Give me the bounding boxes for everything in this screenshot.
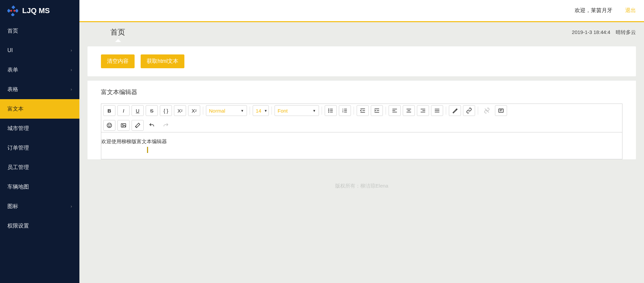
logout-link[interactable]: 退出 (625, 7, 636, 14)
fontsize-select[interactable]: 14▼ (253, 105, 269, 116)
subscript-button[interactable]: X2 (188, 105, 200, 116)
svg-rect-0 (11, 5, 15, 9)
redo-button[interactable] (160, 120, 172, 131)
editor-toolbar: B I U S { } X2 X2 Normal▼ 14▼ Font▼ (101, 104, 622, 132)
sidebar-item-richtext[interactable]: 富文本 (0, 99, 79, 119)
code-block-button[interactable]: { } (160, 105, 172, 116)
svg-point-6 (328, 109, 329, 110)
caret-down-icon: ▼ (264, 109, 267, 113)
underline-button[interactable]: U (132, 105, 144, 116)
editor-textarea[interactable]: 欢迎使用柳柳版富文本编辑器 (101, 132, 622, 159)
sidebar-item-home[interactable]: 首页 (0, 21, 79, 41)
topbar: LJQ MS 欢迎，莱茵月牙 退出 (0, 0, 644, 21)
svg-rect-1 (7, 9, 11, 12)
clear-button[interactable]: 清空内容 (101, 54, 135, 68)
align-justify-button[interactable] (431, 105, 443, 116)
eraser-button[interactable] (132, 120, 144, 131)
svg-point-10 (328, 112, 329, 113)
sidebar-item-ui[interactable]: UI › (0, 41, 79, 60)
breadcrumb-title: 首页 (110, 27, 125, 37)
sidebar-item-permission[interactable]: 权限设置 (0, 216, 79, 236)
image-button[interactable] (117, 120, 130, 131)
panel-title: 富文本编辑器 (87, 80, 636, 104)
svg-point-42 (108, 125, 109, 125)
heading-select[interactable]: Normal▼ (206, 105, 247, 116)
topbar-right: 欢迎，莱茵月牙 退出 (79, 7, 644, 14)
svg-text:3: 3 (343, 111, 344, 113)
unlink-button[interactable] (481, 105, 493, 116)
brand-text: LJQ MS (22, 6, 50, 15)
main-content: 首页 2019-1-3 18:44:4 晴转多云 清空内容 获取html文本 富… (79, 22, 644, 283)
svg-rect-44 (121, 124, 126, 127)
emoji-button[interactable] (103, 120, 115, 131)
breadcrumb-arrow-icon (115, 39, 121, 42)
sidebar: 首页 UI › 表单 › 表格 › 富文本 城市管理 订单管理 员工管理 车辆地… (0, 21, 79, 283)
color-picker-button[interactable] (449, 105, 461, 116)
brand-area: LJQ MS (0, 0, 79, 21)
caret-down-icon: ▼ (241, 109, 244, 113)
sidebar-item-staff[interactable]: 员工管理 (0, 158, 79, 177)
chevron-right-icon: › (71, 48, 72, 53)
weather-text: 晴转多云 (616, 29, 636, 35)
chevron-right-icon: › (71, 204, 72, 209)
breadcrumb-row: 首页 2019-1-3 18:44:4 晴转多云 (79, 22, 644, 42)
svg-point-45 (122, 124, 123, 125)
undo-button[interactable] (146, 120, 158, 131)
unordered-list-button[interactable] (325, 105, 337, 116)
sidebar-item-form[interactable]: 表单 › (0, 60, 79, 80)
svg-point-36 (456, 109, 457, 110)
svg-rect-2 (15, 9, 18, 12)
svg-point-4 (10, 10, 12, 12)
status-info: 2019-1-3 18:44:4 晴转多云 (572, 29, 636, 36)
sidebar-item-map[interactable]: 车辆地图 (0, 177, 79, 197)
sidebar-item-table[interactable]: 表格 › (0, 80, 79, 99)
welcome-text: 欢迎，莱茵月牙 (575, 7, 612, 14)
svg-point-5 (13, 10, 15, 12)
datetime-text: 2019-1-3 18:44:4 (572, 29, 610, 35)
link-button[interactable] (463, 105, 475, 116)
sidebar-item-icons[interactable]: 图标 › (0, 197, 79, 216)
brand-logo-icon (7, 5, 18, 16)
align-right-button[interactable] (417, 105, 429, 116)
indent-button[interactable] (371, 105, 383, 116)
footer-copyright: 版权所有：柳洁琼Elena (79, 183, 644, 189)
fontfamily-select[interactable]: Font▼ (275, 105, 319, 116)
chevron-right-icon: › (71, 87, 72, 92)
svg-point-8 (328, 110, 329, 111)
align-center-button[interactable] (403, 105, 415, 116)
italic-button[interactable]: I (117, 105, 130, 116)
sidebar-item-city[interactable]: 城市管理 (0, 119, 79, 138)
svg-rect-3 (11, 13, 14, 16)
text-caret-icon (147, 147, 148, 153)
bold-button[interactable]: B (103, 105, 115, 116)
editor-panel: 富文本编辑器 B I U S { } X2 X2 Normal▼ 14▼ (87, 80, 636, 159)
svg-point-41 (107, 123, 112, 128)
get-html-button[interactable]: 获取html文本 (141, 54, 184, 68)
superscript-button[interactable]: X2 (174, 105, 186, 116)
action-panel: 清空内容 获取html文本 (87, 46, 636, 76)
chevron-right-icon: › (71, 68, 72, 72)
caret-down-icon: ▼ (313, 109, 316, 113)
sidebar-item-order[interactable]: 订单管理 (0, 138, 79, 158)
topbar-divider (79, 21, 644, 22)
fullscreen-button[interactable] (495, 105, 507, 116)
outdent-button[interactable] (357, 105, 369, 116)
align-left-button[interactable] (389, 105, 401, 116)
strikethrough-button[interactable]: S (146, 105, 158, 116)
ordered-list-button[interactable]: 123 (339, 105, 351, 116)
svg-point-43 (110, 125, 111, 125)
